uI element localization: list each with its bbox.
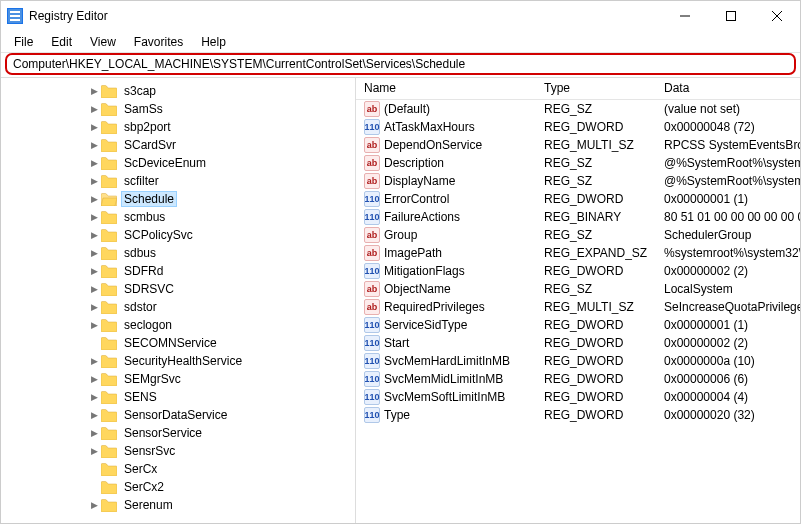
- tree-pane[interactable]: ▶s3cap▶SamSs▶sbp2port▶SCardSvr▶ScDeviceE…: [1, 78, 356, 523]
- folder-icon: [101, 193, 117, 206]
- column-header-type[interactable]: Type: [536, 78, 656, 99]
- tree-item[interactable]: ▶SecurityHealthService: [1, 352, 355, 370]
- list-row[interactable]: 110MitigationFlagsREG_DWORD0x00000002 (2…: [356, 262, 800, 280]
- list-pane[interactable]: Name Type Data ab(Default)REG_SZ(value n…: [356, 78, 800, 523]
- list-row[interactable]: abDependOnServiceREG_MULTI_SZRPCSS Syste…: [356, 136, 800, 154]
- tree-item[interactable]: ▶scfilter: [1, 172, 355, 190]
- tree-item[interactable]: ▶scmbus: [1, 208, 355, 226]
- tree-item[interactable]: ▶seclogon: [1, 316, 355, 334]
- list-row[interactable]: 110SvcMemMidLimitInMBREG_DWORD0x00000006…: [356, 370, 800, 388]
- list-row[interactable]: 110AtTaskMaxHoursREG_DWORD0x00000048 (72…: [356, 118, 800, 136]
- value-name-cell: 110MitigationFlags: [356, 263, 536, 279]
- tree-item[interactable]: ▶Serenum: [1, 496, 355, 514]
- chevron-right-icon[interactable]: ▶: [87, 266, 101, 276]
- chevron-right-icon[interactable]: ▶: [87, 122, 101, 132]
- value-name: Group: [384, 228, 417, 242]
- value-name-cell: 110SvcMemSoftLimitInMB: [356, 389, 536, 405]
- tree-item[interactable]: ▶SensrSvc: [1, 442, 355, 460]
- value-name-cell: 110Type: [356, 407, 536, 423]
- close-button[interactable]: [754, 1, 800, 31]
- tree-item[interactable]: ▶SEMgrSvc: [1, 370, 355, 388]
- tree-item[interactable]: ▶SamSs: [1, 100, 355, 118]
- column-header-name[interactable]: Name: [356, 78, 536, 99]
- list-row[interactable]: abGroupREG_SZSchedulerGroup: [356, 226, 800, 244]
- menu-file[interactable]: File: [5, 35, 42, 49]
- tree-item[interactable]: ▶sdstor: [1, 298, 355, 316]
- address-input[interactable]: Computer\HKEY_LOCAL_MACHINE\SYSTEM\Curre…: [5, 53, 796, 75]
- value-name: Start: [384, 336, 409, 350]
- chevron-right-icon[interactable]: ▶: [87, 86, 101, 96]
- tree-item[interactable]: ▶sdbus: [1, 244, 355, 262]
- list-row[interactable]: abDisplayNameREG_SZ@%SystemRoot%\system3…: [356, 172, 800, 190]
- tree-item[interactable]: ▶SCardSvr: [1, 136, 355, 154]
- window-buttons: [662, 1, 800, 31]
- list-row[interactable]: abDescriptionREG_SZ@%SystemRoot%\system3…: [356, 154, 800, 172]
- chevron-right-icon[interactable]: ▶: [87, 410, 101, 420]
- chevron-right-icon[interactable]: ▶: [87, 158, 101, 168]
- list-body: ab(Default)REG_SZ(value not set)110AtTas…: [356, 100, 800, 424]
- tree-item[interactable]: ▶SensorService: [1, 424, 355, 442]
- value-name: SvcMemHardLimitInMB: [384, 354, 510, 368]
- list-row[interactable]: 110ErrorControlREG_DWORD0x00000001 (1): [356, 190, 800, 208]
- value-name: FailureActions: [384, 210, 460, 224]
- tree-item[interactable]: ▶sbp2port: [1, 118, 355, 136]
- list-row[interactable]: 110TypeREG_DWORD0x00000020 (32): [356, 406, 800, 424]
- value-type: REG_DWORD: [536, 372, 656, 386]
- chevron-right-icon[interactable]: ▶: [87, 212, 101, 222]
- minimize-button[interactable]: [662, 1, 708, 31]
- list-row[interactable]: abImagePathREG_EXPAND_SZ%systemroot%\sys…: [356, 244, 800, 262]
- chevron-right-icon[interactable]: ▶: [87, 248, 101, 258]
- list-row[interactable]: 110StartREG_DWORD0x00000002 (2): [356, 334, 800, 352]
- folder-icon: [101, 211, 117, 224]
- chevron-right-icon[interactable]: ▶: [87, 140, 101, 150]
- list-row[interactable]: abObjectNameREG_SZLocalSystem: [356, 280, 800, 298]
- value-type: REG_SZ: [536, 156, 656, 170]
- tree-item-label: SecurityHealthService: [121, 354, 245, 368]
- chevron-right-icon[interactable]: ▶: [87, 374, 101, 384]
- chevron-right-icon[interactable]: ▶: [87, 284, 101, 294]
- list-row[interactable]: ab(Default)REG_SZ(value not set): [356, 100, 800, 118]
- menu-help[interactable]: Help: [192, 35, 235, 49]
- tree-item[interactable]: SECOMNService: [1, 334, 355, 352]
- tree-item[interactable]: ▶SensorDataService: [1, 406, 355, 424]
- tree-item[interactable]: ▶SDFRd: [1, 262, 355, 280]
- value-data: SeIncreaseQuotaPrivilege: [656, 300, 800, 314]
- list-row[interactable]: 110SvcMemSoftLimitInMBREG_DWORD0x0000000…: [356, 388, 800, 406]
- tree-item[interactable]: ▶SDRSVC: [1, 280, 355, 298]
- chevron-right-icon[interactable]: ▶: [87, 446, 101, 456]
- folder-icon: [101, 463, 117, 476]
- value-name: MitigationFlags: [384, 264, 465, 278]
- maximize-button[interactable]: [708, 1, 754, 31]
- menu-favorites[interactable]: Favorites: [125, 35, 192, 49]
- tree-item[interactable]: ▶Schedule: [1, 190, 355, 208]
- chevron-right-icon[interactable]: ▶: [87, 320, 101, 330]
- tree-item-label: SECOMNService: [121, 336, 220, 350]
- chevron-right-icon[interactable]: ▶: [87, 104, 101, 114]
- list-row[interactable]: abRequiredPrivilegesREG_MULTI_SZSeIncrea…: [356, 298, 800, 316]
- chevron-right-icon[interactable]: ▶: [87, 500, 101, 510]
- tree-item[interactable]: SerCx: [1, 460, 355, 478]
- tree-item[interactable]: ▶ScDeviceEnum: [1, 154, 355, 172]
- tree-item[interactable]: SerCx2: [1, 478, 355, 496]
- menu-view[interactable]: View: [81, 35, 125, 49]
- tree-item[interactable]: ▶SENS: [1, 388, 355, 406]
- titlebar: Registry Editor: [1, 1, 800, 31]
- tree-item-label: SensorDataService: [121, 408, 230, 422]
- list-row[interactable]: 110FailureActionsREG_BINARY80 51 01 00 0…: [356, 208, 800, 226]
- chevron-right-icon[interactable]: ▶: [87, 356, 101, 366]
- column-header-data[interactable]: Data: [656, 78, 800, 99]
- binary-value-icon: 110: [364, 263, 380, 279]
- chevron-right-icon[interactable]: ▶: [87, 230, 101, 240]
- chevron-right-icon[interactable]: ▶: [87, 302, 101, 312]
- chevron-right-icon[interactable]: ▶: [87, 176, 101, 186]
- menu-edit[interactable]: Edit: [42, 35, 81, 49]
- list-row[interactable]: 110ServiceSidTypeREG_DWORD0x00000001 (1): [356, 316, 800, 334]
- chevron-right-icon[interactable]: ▶: [87, 428, 101, 438]
- chevron-right-icon[interactable]: ▶: [87, 392, 101, 402]
- value-name-cell: abDependOnService: [356, 137, 536, 153]
- tree-item[interactable]: ▶SCPolicySvc: [1, 226, 355, 244]
- chevron-right-icon[interactable]: ▶: [87, 194, 101, 204]
- value-data: %systemroot%\system32\svchost.exe -k net…: [656, 246, 800, 260]
- tree-item[interactable]: ▶s3cap: [1, 82, 355, 100]
- list-row[interactable]: 110SvcMemHardLimitInMBREG_DWORD0x0000000…: [356, 352, 800, 370]
